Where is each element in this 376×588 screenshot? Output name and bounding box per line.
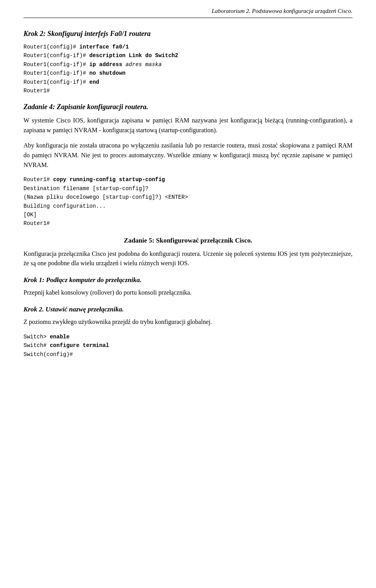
task4-heading: Zadanie 4: Zapisanie konfiguracji router…	[24, 103, 352, 111]
t4-code-line-2: Destination filename [startup-config]?	[24, 184, 352, 193]
code-line-1: Router1(config)# interface fa0/1	[24, 43, 352, 51]
task4-code: Router1# copy running-config startup-con…	[24, 175, 352, 228]
krok2-task5-text: Z poziomu zwykłego użytkownika przejdź d…	[24, 317, 352, 327]
code-line-4: Router1(config-if)# no shutdown	[24, 69, 352, 77]
header-title: Laboratorium 2. Podstawowa konfiguracja …	[212, 8, 352, 14]
code-line-6: Router1#	[24, 86, 352, 95]
t4-code-line-5: [OK]	[24, 210, 352, 219]
krok2-task5-code: Switch> enable Switch# configure termina…	[24, 333, 352, 359]
krok2-heading: Krok 2: Skonfiguruj interfejs Fa0/1 rout…	[24, 30, 352, 38]
t4-code-line-6: Router1#	[24, 219, 352, 228]
t4-code-line-1: Router1# copy running-config startup-con…	[24, 175, 352, 184]
task5-para1: Konfiguracja przełącznika Cisco jest pod…	[24, 249, 352, 269]
page-header: Laboratorium 2. Podstawowa konfiguracja …	[24, 8, 352, 18]
k2t5-code-line-1: Switch> enable	[24, 333, 352, 341]
task5-heading: Zadanie 5: Skonfigurować przełącznik Cis…	[24, 237, 352, 245]
t4-code-line-3: (Nazwa pliku docelowego [startup-config]…	[24, 193, 352, 201]
code-line-2: Router1(config-if)# description Link do …	[24, 51, 352, 60]
page: Laboratorium 2. Podstawowa konfiguracja …	[0, 0, 376, 588]
code-line-3: Router1(config-if)# ip address adres mas…	[24, 60, 352, 69]
t4-code-line-4: Building configuration...	[24, 202, 352, 210]
code-line-5: Router1(config-if)# end	[24, 78, 352, 86]
krok1-heading: Krok 1: Podłącz komputer do przełącznika…	[24, 276, 352, 284]
k2t5-code-line-2: Switch# configure terminal	[24, 341, 352, 350]
krok2-code: Router1(config)# interface fa0/1 Router1…	[24, 43, 352, 95]
k2t5-code-line-3: Switch(config)#	[24, 350, 352, 359]
task4-para2: Aby konfiguracja nie została utracona po…	[24, 141, 352, 170]
krok2-task5-heading: Krok 2. Ustawić nazwę przełącznika.	[24, 306, 352, 313]
task4-para1: W systemie Cisco IOS, konfiguracja zapis…	[24, 116, 352, 135]
krok1-text: Przepnij kabel konsolowy (rollover) do p…	[24, 288, 352, 298]
